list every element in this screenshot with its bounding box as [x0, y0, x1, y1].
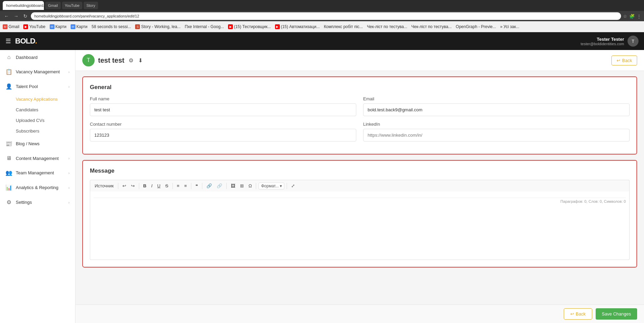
back-button-top[interactable]: ↩ Back: [611, 55, 637, 65]
other-tab-3[interactable]: Story: [84, 2, 98, 9]
address-bar[interactable]: homebuildingjobboard.com/panel/vacancy_a…: [31, 12, 621, 20]
back-button-bottom[interactable]: ↩ Back: [564, 308, 592, 320]
sidebar-label-dashboard: Dashboard: [16, 55, 38, 60]
bookmark-yt1[interactable]: ▶ (15) Тестировщик...: [228, 24, 271, 29]
general-section: General Full name Email Contact number: [82, 76, 637, 154]
linkedin-label: LinkedIn: [363, 122, 630, 127]
blockquote-btn[interactable]: ❝: [194, 182, 200, 189]
user-avatar[interactable]: T: [628, 36, 639, 47]
nav-icons: ☆ 🧩 ⋮: [623, 14, 641, 19]
chevron-icon-settings: ›: [68, 200, 70, 204]
other-tab-2[interactable]: YouTube: [62, 2, 82, 9]
message-section: Message Источник ↩ ↪ B I U S ≡ ≡ ❝: [82, 160, 637, 268]
bookmark-checklist1[interactable]: Чек-ліст по тестува...: [367, 24, 407, 29]
sidebar-sub-uploaded-cvs[interactable]: Uploaded CVs: [0, 115, 75, 126]
other-tab-1[interactable]: Gmail: [45, 2, 61, 9]
vacancy-management-icon: 📋: [5, 69, 12, 75]
team-icon: 👥: [5, 170, 12, 176]
bold-btn[interactable]: B: [142, 182, 148, 189]
bookmark-youtube[interactable]: ▶ YouTube: [23, 24, 45, 29]
email-input[interactable]: [363, 103, 630, 116]
source-btn[interactable]: Источник: [93, 182, 116, 189]
dropdown-arrow: ▾: [280, 184, 282, 188]
sidebar-label-team-management: Team Management: [16, 170, 54, 175]
ordered-list-btn[interactable]: ≡: [175, 182, 181, 189]
content-icon: 🖥: [5, 155, 12, 161]
bookmark-story[interactable]: S Story - Working, lea...: [135, 24, 180, 29]
form-group-linkedin: LinkedIn: [363, 122, 630, 141]
bookmark-timer[interactable]: 58 seconds to sessi...: [92, 24, 131, 29]
sidebar-item-vacancy-management[interactable]: 📋 Vacancy Management ›: [0, 64, 75, 79]
bookmark-checklist2[interactable]: Чек-ліст по тестува...: [412, 24, 452, 29]
unordered-list-btn[interactable]: ≡: [182, 182, 189, 189]
sidebar-item-content-management[interactable]: 🖥 Content Management ›: [0, 151, 75, 165]
dashboard-icon: ⌂: [5, 54, 12, 60]
forward-nav-btn[interactable]: →: [12, 13, 20, 20]
linkedin-input[interactable]: [363, 129, 630, 141]
bookmark-internal[interactable]: Пхе Internal - Goog...: [185, 24, 224, 29]
reload-btn[interactable]: ↻: [22, 13, 29, 20]
chevron-icon: ›: [68, 70, 70, 74]
image-btn[interactable]: 🖼: [229, 182, 237, 189]
save-changes-button[interactable]: Save Changes: [596, 308, 637, 320]
separator-2: [139, 183, 139, 189]
hamburger-menu[interactable]: ☰: [5, 37, 11, 45]
undo-btn[interactable]: ↩: [121, 182, 128, 189]
back-nav-btn[interactable]: ←: [3, 13, 10, 20]
extensions-icon[interactable]: 🧩: [629, 14, 635, 19]
separator-5: [202, 183, 202, 189]
table-btn[interactable]: ⊞: [238, 182, 246, 189]
bookmark-gmail[interactable]: M Gmail: [3, 24, 19, 29]
link-btn[interactable]: 🔗: [205, 182, 214, 189]
analytics-icon: 📊: [5, 184, 12, 191]
top-bar: ☰ BOLD. Tester Tester tester@boldidentit…: [0, 32, 644, 50]
sidebar-item-settings[interactable]: ⚙ Settings ›: [0, 195, 75, 210]
sidebar-item-talent-pool[interactable]: 👤 Talent Pool ›: [0, 79, 75, 94]
separator-8: [287, 183, 287, 189]
blog-icon: 📰: [5, 140, 12, 147]
separator-1: [118, 183, 118, 189]
bookmark-opengraph[interactable]: OpenGraph - Previe...: [456, 24, 496, 29]
special-char-btn[interactable]: Ω: [247, 182, 254, 189]
editor-area[interactable]: Параграфов: 0, Слов: 0, Символов: 0: [90, 191, 630, 260]
content-area: General Full name Email Contact number: [75, 71, 644, 305]
user-info: Tester Tester tester@boldidentities.com: [581, 37, 624, 46]
separator-3: [172, 183, 173, 189]
edit-icon[interactable]: ⚙: [128, 57, 134, 64]
page-icon: T: [82, 54, 95, 66]
contact-number-input[interactable]: [90, 129, 356, 141]
bookmark-maps1[interactable]: M Карти: [50, 24, 67, 29]
sidebar-sub-vacancy-applications[interactable]: Vacancy Applications: [0, 94, 75, 104]
strikethrough-btn[interactable]: S: [164, 182, 170, 189]
sidebar-item-team-management[interactable]: 👥 Team Management ›: [0, 165, 75, 180]
sidebar-sub-candidates[interactable]: Candidates: [0, 104, 75, 115]
bookmark-yt2[interactable]: ▶ (15) Автоматизаци...: [275, 24, 320, 29]
active-tab[interactable]: homebuildingjobboard.com/panel/va...: [3, 1, 44, 10]
sidebar-item-blog-news[interactable]: 📰 Blog / News: [0, 136, 75, 151]
back-icon-bottom: ↩: [570, 311, 574, 316]
bookmark-maps2[interactable]: M Карти: [71, 24, 87, 29]
menu-icon[interactable]: ⋮: [637, 14, 641, 19]
download-icon[interactable]: ⬇: [138, 57, 143, 64]
bookmark-icon[interactable]: ☆: [623, 14, 627, 19]
full-name-input[interactable]: [90, 103, 356, 116]
general-section-title: General: [90, 84, 630, 91]
bottom-bar: ↩ Back Save Changes: [75, 305, 644, 323]
fullscreen-btn[interactable]: ⤢: [289, 182, 297, 189]
italic-btn[interactable]: I: [150, 182, 154, 189]
underline-btn[interactable]: U: [156, 182, 162, 189]
redo-btn[interactable]: ↪: [129, 182, 136, 189]
sidebar-item-analytics[interactable]: 📊 Analytics & Reporting ›: [0, 180, 75, 195]
sidebar-label-analytics: Analytics & Reporting: [16, 185, 58, 190]
format-dropdown[interactable]: Формат... ▾: [259, 183, 284, 189]
unlink-btn[interactable]: 🔗: [215, 182, 224, 189]
bookmark-complex[interactable]: Комплекс робіт піс...: [324, 24, 363, 29]
bookmark-more[interactable]: » Усі зак...: [500, 24, 520, 29]
sidebar-sub-subscribers[interactable]: Subscribers: [0, 126, 75, 136]
sidebar-item-dashboard[interactable]: ⌂ Dashboard: [0, 50, 75, 64]
contact-number-label: Contact number: [90, 122, 356, 127]
page-title: test test: [98, 57, 124, 64]
user-section: Tester Tester tester@boldidentities.com …: [581, 36, 639, 47]
sidebar-label-content-management: Content Management: [16, 156, 59, 161]
form-group-email: Email: [363, 96, 630, 116]
